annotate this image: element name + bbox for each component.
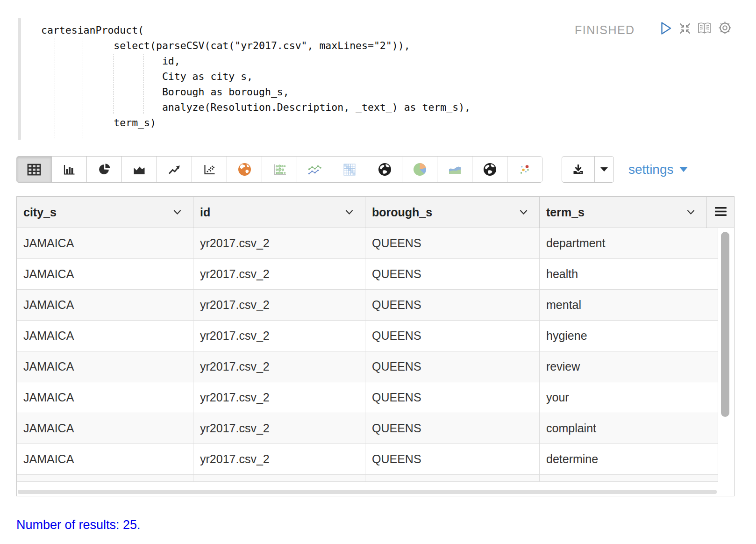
- editor-toggle-button[interactable]: [697, 22, 712, 35]
- download-options-button[interactable]: [595, 157, 613, 182]
- cell-city_s: JAMAICA: [17, 382, 193, 413]
- run-button[interactable]: [660, 21, 672, 36]
- globe-orange-icon: [237, 162, 252, 177]
- column-header-borough_s[interactable]: borough_s: [365, 197, 540, 228]
- cell-city_s: JAMAICA: [17, 351, 193, 382]
- viz-table-button[interactable]: [17, 157, 52, 182]
- results-table: city_sidborough_sterm_s JAMAICAyr2017.cs…: [16, 196, 735, 496]
- caret-down-icon: [600, 167, 608, 172]
- table-row: JAMAICAyr2017.csv_2QUEENShealth: [17, 259, 718, 290]
- cell-borough_s: QUEENS: [365, 290, 540, 320]
- cell-id: yr2017.csv_2: [193, 444, 365, 474]
- paragraph-settings-button[interactable]: [718, 21, 732, 35]
- cell-city_s: JAMAICA: [17, 444, 193, 474]
- cell-borough_s: QUEENS: [365, 259, 540, 289]
- horizontal-scrollbar[interactable]: [18, 490, 717, 494]
- scatter-chart-icon: [203, 164, 216, 176]
- table-row: JAMAICAyr2017.csv_2QUEENSdepartment: [17, 228, 718, 259]
- table-row: JAMAICAyr2017.csv_2QUEENScomplaint: [17, 413, 718, 444]
- table-body: JAMAICAyr2017.csv_2QUEENSdepartmentJAMAI…: [17, 228, 734, 482]
- column-header-city_s[interactable]: city_s: [17, 197, 193, 228]
- viz-area-chart-button[interactable]: [122, 157, 157, 182]
- cell-clipped: [193, 475, 365, 481]
- chevron-down-icon[interactable]: [686, 209, 695, 215]
- cell-city_s: JAMAICA: [17, 290, 193, 320]
- cell-id: yr2017.csv_2: [193, 290, 365, 320]
- chevron-down-icon[interactable]: [345, 209, 354, 215]
- viz-multi-line-chart-button[interactable]: [297, 157, 332, 182]
- download-button[interactable]: [562, 157, 595, 182]
- settings-dropdown[interactable]: settings: [628, 156, 688, 183]
- bar-chart-icon: [63, 164, 76, 176]
- column-label: term_s: [546, 206, 585, 219]
- cell-id: yr2017.csv_2: [193, 259, 365, 289]
- caret-down-icon: [679, 167, 688, 172]
- settings-label: settings: [628, 162, 674, 177]
- chevron-down-icon[interactable]: [173, 209, 182, 215]
- table-menu-button[interactable]: [707, 197, 734, 228]
- cell-city_s: JAMAICA: [17, 413, 193, 444]
- scatter-multicolor-icon: [518, 163, 531, 176]
- chevron-down-icon[interactable]: [519, 209, 528, 215]
- pie-pastel-icon: [413, 162, 427, 177]
- table-row: JAMAICAyr2017.csv_2QUEENSdetermine: [17, 444, 718, 475]
- viz-globe-map-button[interactable]: [367, 157, 402, 182]
- cell-city_s: JAMAICA: [17, 321, 193, 351]
- cell-clipped: [17, 475, 193, 481]
- viz-area-pastel-button[interactable]: [437, 157, 472, 182]
- viz-scatter-multicolor-button[interactable]: [507, 157, 542, 182]
- viz-bar-chart-button[interactable]: [52, 157, 87, 182]
- viz-line-chart-button[interactable]: [157, 157, 192, 182]
- cell-borough_s: QUEENS: [365, 351, 540, 382]
- cell-borough_s: QUEENS: [365, 321, 540, 351]
- viz-scatter-chart-button[interactable]: [192, 157, 227, 182]
- cell-term_s: department: [540, 228, 718, 258]
- cell-term_s: your: [540, 382, 718, 413]
- viz-bubble-chart-button[interactable]: [262, 157, 297, 182]
- viz-heatmap-button[interactable]: [332, 157, 367, 182]
- cell-borough_s: QUEENS: [365, 413, 540, 444]
- viz-pie-chart-button[interactable]: [87, 157, 122, 182]
- code-editor-block: cartesianProduct( select(parseCSV(cat("y…: [18, 18, 555, 142]
- code-editor[interactable]: cartesianProduct( select(parseCSV(cat("y…: [41, 22, 471, 130]
- cell-term_s: complaint: [540, 413, 718, 444]
- pie-chart-icon: [98, 163, 111, 176]
- viz-map-orange-button[interactable]: [227, 157, 262, 182]
- column-header-id[interactable]: id: [193, 197, 365, 228]
- zeppelin-paragraph: cartesianProduct( select(parseCSV(cat("y…: [0, 0, 756, 544]
- line-chart-icon: [168, 164, 181, 176]
- shrink-icon: [678, 29, 692, 36]
- table-partial-row: [17, 475, 718, 482]
- cell-clipped: [365, 475, 540, 481]
- cell-id: yr2017.csv_2: [193, 321, 365, 351]
- play-icon: [660, 29, 672, 37]
- table-row: JAMAICAyr2017.csv_2QUEENSreview: [17, 351, 718, 382]
- hamburger-icon: [714, 207, 727, 218]
- vertical-scrollbar[interactable]: [721, 232, 729, 417]
- gear-icon: [718, 29, 732, 36]
- cell-term_s: mental: [540, 290, 718, 320]
- cell-id: yr2017.csv_2: [193, 382, 365, 413]
- cell-term_s: review: [540, 351, 718, 382]
- globe-dark-icon: [378, 162, 392, 177]
- column-header-term_s[interactable]: term_s: [540, 197, 707, 228]
- table-row: JAMAICAyr2017.csv_2QUEENSmental: [17, 290, 718, 321]
- cell-id: yr2017.csv_2: [193, 413, 365, 444]
- cell-term_s: health: [540, 259, 718, 289]
- area-pastel-icon: [448, 163, 462, 176]
- cell-borough_s: QUEENS: [365, 228, 540, 258]
- cell-city_s: JAMAICA: [17, 259, 193, 289]
- bubble-chart-icon: [272, 163, 287, 176]
- paragraph-status: FINISHED: [575, 23, 635, 37]
- globe-dark-icon: [483, 162, 497, 177]
- cell-borough_s: QUEENS: [365, 444, 540, 474]
- cell-city_s: JAMAICA: [17, 228, 193, 258]
- book-icon: [697, 28, 712, 36]
- viz-globe-map-2-button[interactable]: [472, 157, 507, 182]
- cell-term_s: hygiene: [540, 321, 718, 351]
- viz-toolbar: [16, 156, 542, 183]
- viz-pie-pastel-button[interactable]: [402, 157, 437, 182]
- column-label: borough_s: [372, 206, 432, 219]
- collapse-button[interactable]: [678, 22, 692, 35]
- table-icon: [27, 164, 41, 176]
